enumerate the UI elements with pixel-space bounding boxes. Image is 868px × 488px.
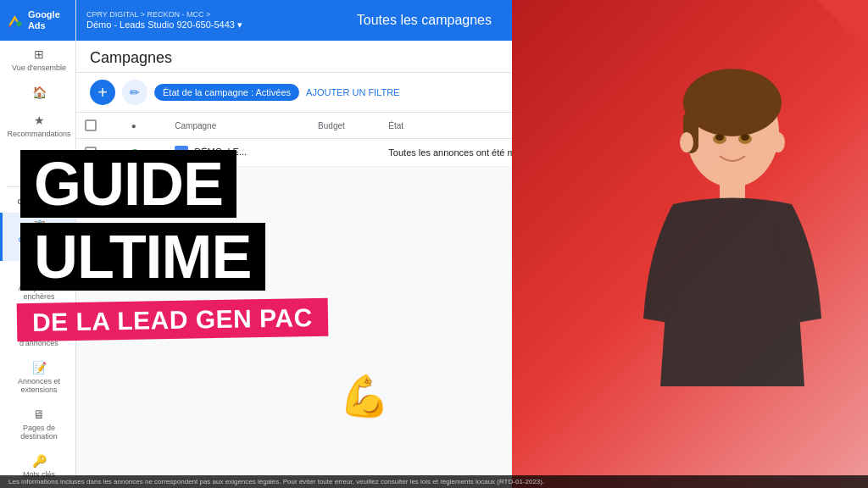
sidebar-item-campaigns[interactable]: 📋 Campagnes 🏠 [0, 213, 75, 261]
overview-icon: ⊞ [34, 47, 44, 61]
campaigns-home-icon: 🏠 [35, 246, 44, 254]
breadcrumb-top: CPRY DIGITAL > RECKON - MCC > [86, 10, 242, 19]
svg-point-2 [17, 21, 22, 26]
adgroups-label: Groupes d'annonces [6, 330, 72, 347]
sidebar-item-adgroups[interactable]: ▤ Groupes d'annonces [0, 308, 75, 354]
add-campaign-button[interactable]: + [90, 80, 115, 105]
campaigns-label: Campagnes [19, 236, 60, 244]
breadcrumb-account[interactable]: Démo - Leads Studio 920-650-5443 ▾ [86, 19, 242, 30]
sidebar-item-bid-analysis[interactable]: 📈 Analyse des enchères [0, 261, 75, 308]
campaigns-icon: 📋 [32, 219, 47, 233]
emoji-area: 💪 [339, 373, 390, 420]
row-name-cell: G DÉMO_LE... [166, 139, 309, 167]
recommendations-label: Recommandations [7, 130, 70, 138]
row-status-cell [123, 139, 167, 167]
home-icon: 🏠 [32, 86, 47, 99]
nav-divider-1 [7, 186, 69, 187]
recommendations-icon: ★ [34, 114, 45, 127]
insights-label: Insights [25, 168, 52, 176]
bottom-bar: Les informations incluses dans les annon… [0, 475, 868, 488]
bottom-text: Les informations incluses dans les annon… [8, 478, 544, 485]
ads-label: Annonces et extensions [6, 377, 72, 394]
breadcrumb-path: CPRY DIGITAL > RECKON - MCC > [86, 10, 210, 19]
edit-button[interactable]: ✏ [122, 80, 147, 105]
ads-icon: 📝 [32, 361, 47, 374]
svg-rect-0 [5, 11, 25, 30]
adgroups-icon: ▤ [34, 314, 45, 328]
row-checkbox-cell[interactable] [76, 139, 123, 167]
row-checkbox[interactable] [85, 147, 97, 158]
col-status-dot: ● [123, 113, 167, 139]
campaigns-section-label: Campagnes [17, 197, 60, 206]
landing-icon: 🖥 [33, 408, 45, 421]
col-checkbox [76, 113, 123, 139]
sidebar-item-home[interactable]: 🏠 [0, 79, 75, 107]
insights-icon: 💡 [32, 152, 47, 165]
sidebar-item-landing[interactable]: 🖥 Pages de destination [0, 401, 75, 447]
sidebar-header: Google Ads [0, 0, 75, 41]
col-budget[interactable]: Budget [309, 113, 380, 139]
campaign-type-icon: G [175, 146, 188, 159]
svg-point-13 [771, 132, 785, 152]
bid-label: Analyse des enchères [6, 284, 72, 301]
add-filter-button[interactable]: AJOUTER UN FILTRE [306, 87, 399, 97]
svg-point-11 [741, 134, 749, 141]
landing-label: Pages de destination [6, 424, 72, 441]
flexed-arm-emoji: 💪 [339, 374, 390, 419]
sidebar-item-recommendations[interactable]: ★ Recommandations [0, 107, 75, 145]
google-ads-logo: Google Ads [5, 8, 70, 32]
bid-icon: 📈 [32, 268, 47, 281]
col-campaign[interactable]: Campagne [166, 113, 309, 139]
svg-point-12 [680, 132, 693, 152]
campaigns-title: Campagnes [90, 49, 172, 67]
google-ads-logo-icon [5, 8, 25, 32]
status-dot-active [131, 149, 138, 156]
sidebar-item-campaigns-section[interactable]: Campagnes [0, 191, 75, 213]
sidebar: Google Ads ⊞ Vue d'ensemble 🏠 ★ Recomman… [0, 0, 76, 488]
row-budget-cell [309, 139, 380, 167]
breadcrumb: CPRY DIGITAL > RECKON - MCC > Démo - Lea… [86, 10, 242, 30]
sidebar-item-insights[interactable]: 💡 Insights [0, 145, 75, 183]
filter-badge[interactable]: État de la campagne : Activées [154, 84, 299, 101]
corner-accent [817, 0, 868, 51]
sidebar-item-overview[interactable]: ⊞ Vue d'ensemble [0, 41, 75, 79]
root-container: Google Ads ⊞ Vue d'ensemble 🏠 ★ Recomman… [0, 0, 868, 488]
sidebar-item-ads[interactable]: 📝 Annonces et extensions [0, 354, 75, 401]
sidebar-nav: ⊞ Vue d'ensemble 🏠 ★ Recommandations 💡 I… [0, 41, 75, 488]
keywords-icon: 🔑 [32, 454, 47, 468]
person-photo [512, 0, 868, 488]
person-silhouette-svg [605, 64, 860, 488]
svg-point-10 [715, 134, 724, 141]
overview-label: Vue d'ensemble [12, 64, 66, 72]
google-ads-text: Google Ads [28, 9, 70, 31]
select-all-checkbox[interactable] [85, 119, 97, 131]
campaign-name: DÉMO_LE... [194, 147, 247, 157]
